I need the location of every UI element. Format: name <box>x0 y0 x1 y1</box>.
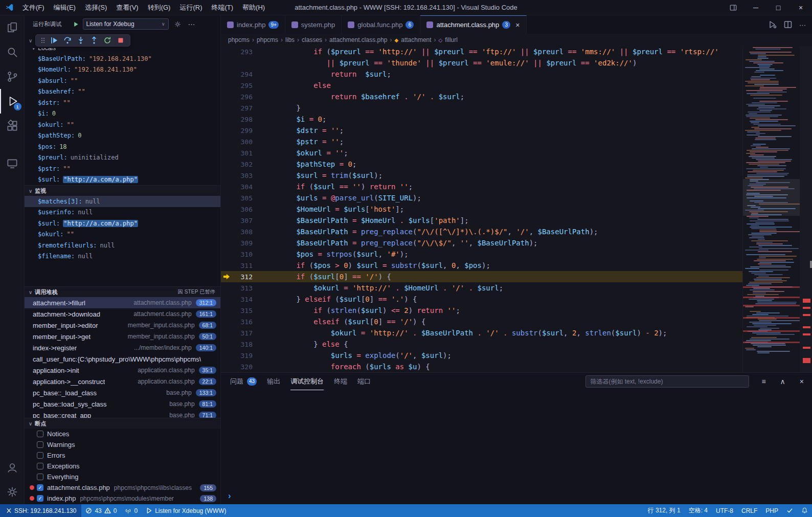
menu-item[interactable]: 帮助(H) <box>238 4 269 11</box>
account-icon[interactable] <box>0 455 25 480</box>
extensions-icon[interactable] <box>0 114 25 138</box>
breakpoints-section-header[interactable]: ∨ 断点 <box>25 418 220 429</box>
drag-grip-icon[interactable] <box>41 37 45 43</box>
collapse-chevron-icon[interactable]: ∨ <box>29 38 32 43</box>
code-line[interactable]: 302 $pathStep = 0; <box>221 159 742 170</box>
variable-row[interactable]: $userinfo:null <box>25 207 220 218</box>
variable-row[interactable]: $remotefileurls:null <box>25 240 220 251</box>
code-line[interactable]: 312 if ($surl[0] == '/') { <box>221 271 742 282</box>
checkbox-unchecked[interactable] <box>37 441 43 448</box>
callstack-frame[interactable]: attachment->fillurlattachment.class.php3… <box>25 297 220 308</box>
debug-session-status[interactable]: Listen for Xdebug (WWW) <box>142 504 230 517</box>
continue-icon[interactable] <box>50 36 58 44</box>
variable-row[interactable]: $okurl:"" <box>25 229 220 240</box>
code-line[interactable]: 303 $surl = trim($surl); <box>221 170 742 181</box>
start-debug-icon[interactable] <box>73 21 79 28</box>
ports-status[interactable]: 0 <box>121 504 142 517</box>
run-debug-icon[interactable]: 1 <box>0 89 25 114</box>
variable-row[interactable]: $absurl:"" <box>25 75 220 86</box>
checkmark-icon[interactable] <box>782 504 797 517</box>
menu-item[interactable]: 查看(V) <box>111 4 143 11</box>
variable-row[interactable]: $basehref:"" <box>25 86 220 98</box>
overview-ruler[interactable] <box>800 46 812 372</box>
settings-gear-icon[interactable] <box>0 480 25 504</box>
code-line[interactable]: 294 return $surl; <box>221 69 742 80</box>
eol-setting[interactable]: CRLF <box>737 504 761 517</box>
minimap[interactable] <box>742 46 800 372</box>
code-line[interactable]: 293 if ($preurl == 'http://' || $preurl … <box>221 46 742 57</box>
code-line[interactable]: 304 if ($surl == '') return ''; <box>221 181 742 192</box>
breakpoint-file[interactable]: ✓index.phpphpcms\phpcms\modules\member13… <box>25 493 220 504</box>
variable-row[interactable]: $BaseUrlPath:"192.168.241.130" <box>25 53 220 64</box>
checkbox-unchecked[interactable] <box>37 463 43 469</box>
restart-icon[interactable] <box>103 36 111 44</box>
code-line[interactable]: 314 } elseif ($surl[0] == '.') { <box>221 294 742 305</box>
watch-section-header[interactable]: ∨ 监视 <box>25 185 220 196</box>
variable-row[interactable]: $surl:"http://a.com/a.php" <box>25 218 220 229</box>
variable-row[interactable]: $pos:18 <box>25 141 220 152</box>
minimap-slider[interactable] <box>743 179 800 216</box>
code-line[interactable]: 320 foreach ($urls as $u) { <box>221 361 742 372</box>
breadcrumb-item[interactable]: phpcms <box>257 36 278 43</box>
code-line[interactable]: 310 $pos = strpos($surl, '#'); <box>221 249 742 260</box>
code-line[interactable]: 308 $BaseUrlPath = preg_replace("/\/([^\… <box>221 226 742 237</box>
checkbox-checked[interactable]: ✓ <box>37 495 43 502</box>
callstack-frame[interactable]: member_input->editormember_input.class.p… <box>25 320 220 331</box>
code-line[interactable]: 315 if (strlen($surl) <= 2) return ''; <box>221 305 742 316</box>
maximize-panel-icon[interactable]: ∧ <box>778 377 787 386</box>
code-line[interactable]: 297 } <box>221 102 742 114</box>
indentation-setting[interactable]: 空格: 4 <box>685 504 712 517</box>
remote-indicator[interactable]: SSH: 192.168.241.130 <box>0 504 81 517</box>
console-prompt[interactable]: › <box>228 491 231 500</box>
callstack-frame[interactable]: application->initapplication.class.php35… <box>25 365 220 376</box>
language-mode[interactable]: PHP <box>761 504 782 517</box>
code-line[interactable]: 309 $BaseUrlPath = preg_replace("/\/\$/"… <box>221 237 742 249</box>
menu-item[interactable]: 转到(G) <box>143 4 175 11</box>
code-editor[interactable]: 293 if ($preurl == 'http://' || $preurl … <box>221 46 812 372</box>
tab-index.php[interactable]: index.php9+ <box>221 15 285 34</box>
breakpoint-toggle[interactable]: Exceptions <box>25 461 220 471</box>
close-icon[interactable]: × <box>790 0 812 15</box>
variable-row[interactable]: $matches[3]:null <box>25 196 220 207</box>
layout-toggle-icon[interactable] <box>722 0 745 15</box>
callstack-frame[interactable]: index->register.../member/index.php140:1 <box>25 342 220 353</box>
code-line[interactable]: 301 $okurl = ''; <box>221 147 742 159</box>
step-over-icon[interactable] <box>63 36 72 44</box>
code-area[interactable]: 293 if ($preurl == 'http://' || $preurl … <box>221 46 742 372</box>
close-icon[interactable]: × <box>515 21 520 29</box>
checkbox-checked[interactable]: ✓ <box>37 484 43 491</box>
stop-icon[interactable] <box>117 36 125 44</box>
debug-config-dropdown[interactable]: Listen for Xdebug∨ <box>83 18 169 30</box>
code-line[interactable]: 316 elseif ($surl[0] == '/') { <box>221 316 742 327</box>
locals-group[interactable]: ∨Locals <box>25 48 220 53</box>
callstack-frame[interactable]: call_user_func:{C:\phpstudy_pro\WWW\phpc… <box>25 353 220 365</box>
code-line[interactable]: 313 $okurl = 'http://' . $HomeUrl . '/' … <box>221 282 742 294</box>
callstack-frame[interactable]: attachment->downloadattachment.class.php… <box>25 308 220 320</box>
variable-row[interactable]: $filename:null <box>25 251 220 262</box>
panel-filter-input[interactable] <box>585 375 749 388</box>
callstack-frame[interactable]: application->__constructapplication.clas… <box>25 376 220 387</box>
panel-tab-调试控制台[interactable]: 调试控制台 <box>290 373 324 390</box>
code-line[interactable]: 306 $HomeUrl = $urls['host']; <box>221 204 742 215</box>
debug-settings-gear-icon[interactable] <box>172 20 183 28</box>
panel-tab-问题[interactable]: 问题43 <box>230 373 257 390</box>
menu-item[interactable]: 终端(T) <box>207 4 238 11</box>
variable-row[interactable]: $pstr:"" <box>25 163 220 174</box>
problems-status[interactable]: 43 0 <box>81 504 121 517</box>
checkbox-unchecked[interactable] <box>37 474 43 480</box>
remote-explorer-icon[interactable] <box>0 151 25 176</box>
code-line[interactable]: 299 $dstr = ''; <box>221 125 742 136</box>
explorer-icon[interactable] <box>0 15 25 40</box>
checkbox-unchecked[interactable] <box>37 452 43 459</box>
panel-tab-端口[interactable]: 端口 <box>357 373 371 390</box>
variable-row[interactable]: $HomeUrl:"192.168.241.130" <box>25 64 220 76</box>
cursor-position[interactable]: 行 312, 列 1 <box>644 504 685 517</box>
breakpoint-toggle[interactable]: Warnings <box>25 439 220 450</box>
breakpoint-toggle[interactable]: Notices <box>25 429 220 439</box>
tab-attachment.class.php[interactable]: attachment.class.php3× <box>420 15 526 34</box>
variable-row[interactable]: $i:0 <box>25 108 220 120</box>
variable-row[interactable]: $pathStep:0 <box>25 130 220 142</box>
variable-row[interactable]: $okurl:"" <box>25 119 220 130</box>
code-line[interactable]: 317 $okurl = 'http://' . $BaseUrlPath . … <box>221 327 742 339</box>
callstack-frame[interactable]: member_input->getmember_input.class.php5… <box>25 331 220 342</box>
